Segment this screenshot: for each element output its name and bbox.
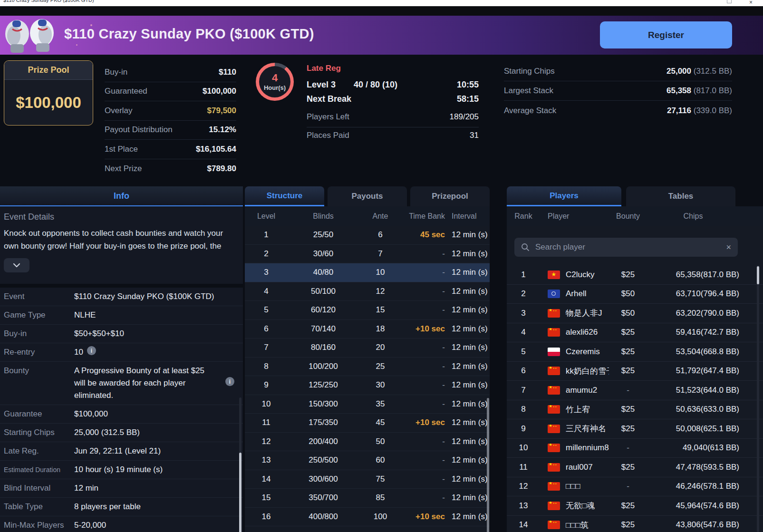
- player-row[interactable]: 13★★★无欲□魂$2545,964(574.6 BB): [507, 496, 763, 516]
- info-scroll-thumb[interactable]: [239, 453, 241, 532]
- next-break-label: Next Break: [307, 94, 351, 104]
- col-blinds: Blinds: [288, 212, 359, 221]
- window-titlebar: $110 Crazy Sunday PKO ($100K GTD) ×: [0, 0, 763, 6]
- player-row[interactable]: 8★★★竹上宥$2550,636(633.0 BB): [507, 400, 763, 420]
- player-row[interactable]: 2Arhell$5063,710(796.4 BB): [507, 285, 763, 304]
- structure-interval: 12 min (s): [447, 362, 490, 371]
- structure-ante: 10: [359, 268, 402, 277]
- player-cell: Arhell: [540, 289, 609, 299]
- player-row[interactable]: 3★★★物是人非J$5063,202(790.0 BB): [507, 304, 763, 323]
- player-row[interactable]: 7★★★amumu2-51,523(644.0 BB): [507, 381, 763, 400]
- player-name: □□□筑: [566, 520, 589, 531]
- player-cell: ★★★无欲□魂: [540, 500, 609, 511]
- col-chips: Chips: [647, 212, 763, 221]
- tab-tables[interactable]: Tables: [626, 186, 735, 206]
- player-row[interactable]: 12★★★□□□-46,246(578.1 BB): [507, 477, 763, 497]
- flag-cn-icon: ★★★: [548, 328, 560, 337]
- maximize-button[interactable]: [727, 0, 732, 3]
- player-bounty: $50: [609, 289, 647, 299]
- tab-prizepool[interactable]: Prizepool: [410, 186, 490, 206]
- info-row-blind-interval: Blind Interval12 min: [0, 479, 243, 498]
- player-row[interactable]: 14★★★□□□筑$2543,806(547.6 BB): [507, 516, 763, 532]
- player-chips: 53,504(668.8 BB): [647, 347, 763, 357]
- players-panel: Players Tables Rank Player Bounty Chips …: [507, 186, 763, 532]
- tab-structure[interactable]: Structure: [245, 186, 324, 206]
- structure-interval: 12 min (s): [447, 380, 490, 390]
- level-time-remaining: 10:55: [457, 80, 479, 90]
- prize-row-value: $789.80: [207, 164, 236, 174]
- flag-cn-icon: ★★★: [548, 463, 560, 472]
- structure-interval: 12 min (s): [447, 512, 490, 522]
- player-cell: ★C2lucky: [540, 270, 609, 280]
- summary-bb: (312.5 BB): [691, 67, 732, 76]
- player-cell: ★★★millennium88: [540, 443, 609, 453]
- players-scroll-thumb[interactable]: [757, 266, 759, 284]
- structure-level: 1: [245, 230, 288, 240]
- info-row-label: Game Type: [4, 309, 74, 321]
- prize-row-value: $79,500: [207, 106, 236, 116]
- player-row[interactable]: 4★★★alexli626$2559,416(742.7 BB): [507, 323, 763, 343]
- structure-ante: 7: [359, 249, 402, 259]
- player-rank: 7: [507, 386, 540, 395]
- player-bounty: $25: [609, 520, 647, 530]
- player-row[interactable]: 1★C2lucky$2565,358(817.0 BB): [507, 265, 763, 285]
- flag-star: ★: [549, 425, 552, 428]
- player-rank: 6: [507, 366, 540, 376]
- structure-row: 15350/70085-12 min (s): [245, 489, 490, 508]
- flag-un-icon: [548, 290, 560, 298]
- info-row-label: Late Reg.: [4, 445, 74, 457]
- player-row[interactable]: 11★★★raul007$2547,478(593.5 BB): [507, 458, 763, 477]
- player-name: □□□: [566, 482, 580, 491]
- next-break-row: Next Break 58:15: [307, 92, 479, 106]
- info-row-label: Re-entry: [4, 346, 74, 358]
- structure-interval: 12 min (s): [447, 493, 490, 503]
- info-row-guarantee: Guarantee$100,000: [0, 405, 243, 424]
- info-row-label: Event: [4, 290, 74, 303]
- player-row[interactable]: 5Czeremis$2553,504(668.8 BB): [507, 342, 763, 362]
- structure-ante: 85: [359, 493, 402, 503]
- player-cell: ★★★竹上宥: [540, 404, 609, 415]
- structure-interval: 12 min (s): [447, 249, 490, 259]
- summary-bb: (817.0 BB): [691, 86, 732, 95]
- info-icon[interactable]: i: [87, 346, 96, 355]
- tab-info[interactable]: Info: [114, 191, 129, 201]
- flag-star: ★: [549, 328, 552, 331]
- search-player-input[interactable]: [534, 242, 726, 252]
- player-row[interactable]: 9★★★三尺有神名$2550,008(625.1 BB): [507, 419, 763, 439]
- timer-hours-unit: Hour(s): [264, 84, 286, 91]
- structure-interval: 12 min (s): [447, 230, 490, 240]
- structure-time-bank: -: [402, 287, 447, 296]
- close-button[interactable]: ×: [749, 0, 753, 6]
- info-icon[interactable]: i: [225, 377, 234, 386]
- boxing-gloves-image: [1, 17, 62, 55]
- structure-row: 450/10012-12 min (s): [245, 282, 490, 301]
- player-row[interactable]: 6★★★kk奶白的雪子$2551,792(647.4 BB): [507, 362, 763, 381]
- structure-scroll-thumb[interactable]: [487, 398, 489, 532]
- flag-cn-icon: ★★★: [548, 386, 560, 395]
- structure-ante: 100: [359, 512, 402, 522]
- tab-payouts[interactable]: Payouts: [328, 186, 407, 206]
- info-row-value-wrap: 10 hour (s) 19 minute (s): [74, 464, 239, 476]
- player-rank: 4: [507, 328, 540, 337]
- register-button[interactable]: Register: [600, 21, 732, 48]
- player-rank: 11: [507, 463, 540, 472]
- structure-row: 8100/20025-12 min (s): [245, 358, 490, 377]
- info-row-label: Bounty: [4, 365, 74, 377]
- structure-time-bank: -: [402, 362, 447, 371]
- structure-blinds: 70/140: [288, 324, 359, 334]
- flag-cn-icon: ★★★: [548, 444, 560, 452]
- info-row-label: Estimated Duration: [4, 464, 74, 476]
- structure-interval: 12 min (s): [447, 324, 490, 334]
- player-chips: 63,710(796.4 BB): [647, 289, 763, 299]
- flag-small-stars: ★★: [553, 521, 557, 523]
- info-row-value: 25,000 (312.5 BB): [74, 426, 140, 439]
- status-divider: [307, 127, 479, 127]
- tab-players[interactable]: Players: [507, 186, 621, 206]
- clear-search-icon[interactable]: ×: [726, 243, 731, 251]
- prize-row-label: 1st Place: [105, 145, 138, 154]
- players-scroll-track[interactable]: [757, 265, 759, 532]
- player-row[interactable]: 10★★★millennium88-49,040(613 BB): [507, 439, 763, 458]
- expand-description-button[interactable]: [4, 258, 29, 272]
- structure-level: 11: [245, 418, 288, 427]
- flag-star: ★: [549, 521, 552, 524]
